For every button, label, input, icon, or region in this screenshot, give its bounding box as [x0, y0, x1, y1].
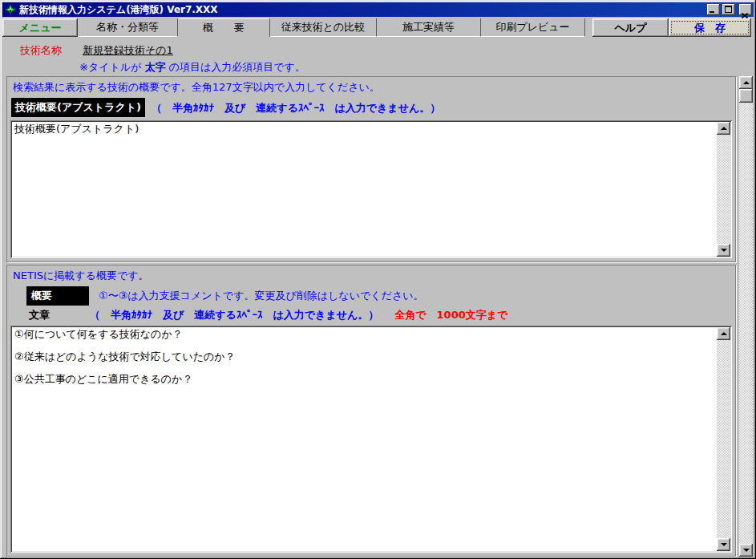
scrollbar-track[interactable] — [739, 103, 753, 544]
close-button[interactable] — [739, 4, 752, 15]
minimize-button[interactable] — [707, 4, 720, 15]
overview-input-rule: （ 半角ｶﾀｶﾅ 及び 連続するｽﾍﾟｰｽ は入力できません。） — [90, 308, 378, 322]
overview-scrollbar[interactable] — [717, 327, 730, 551]
sentence-label: 文章 — [29, 308, 50, 322]
titlebar: 新技術情報入力システム(港湾版) Ver7.XXX — [2, 2, 754, 17]
scroll-region: 検索結果に表示する技術の概要です。全角127文字以内で入力してください。 技術概… — [6, 76, 753, 557]
overview-section: NETISに掲載する概要です。 概要 ①〜③は入力支援コメントです。変更及び削除… — [6, 265, 736, 557]
abstract-section: 検索結果に表示する技術の概要です。全角127文字以内で入力してください。 技術概… — [6, 76, 736, 262]
required-note-suffix: の項目は入力必須項目です。 — [166, 61, 305, 73]
scroll-down-button[interactable] — [717, 538, 730, 551]
abstract-intro: 検索結果に表示する技術の概要です。全角127文字以内で入力してください。 — [13, 80, 732, 95]
form-content: 技術名称 新規登録技術その1 ※タイトルが 太字 の項目は入力必須項目です。 検… — [2, 37, 754, 557]
overview-intro: NETISに掲載する概要です。 — [13, 269, 732, 283]
scroll-up-icon — [721, 127, 727, 130]
scroll-down-icon — [721, 543, 727, 546]
scroll-up-button[interactable] — [717, 327, 730, 340]
page-scrollbar[interactable] — [739, 76, 753, 557]
scroll-down-button[interactable] — [717, 244, 730, 257]
tab-bar: メニュー 名称・分類等 概 要 従来技術との比較 施工実績等 印刷プレビュー ヘ… — [2, 18, 754, 37]
help-button[interactable]: ヘルプ — [592, 18, 669, 37]
tab-name-classification[interactable]: 名称・分類等 — [78, 18, 178, 37]
required-note: ※タイトルが 太字 の項目は入力必須項目です。 — [79, 60, 754, 75]
minimize-icon — [710, 11, 714, 13]
overview-comment: ①〜③は入力支援コメントです。変更及び削除はしないでください。 — [99, 289, 424, 306]
tab-print-preview[interactable]: 印刷プレビュー — [481, 18, 585, 37]
overview-textarea[interactable]: ①何について何をする技術なのか？ ②従来はどのような技術で対応していたのか？ ③… — [12, 327, 717, 551]
save-button[interactable]: 保 存 — [669, 18, 751, 37]
menu-button[interactable]: メニュー — [2, 18, 78, 37]
app-icon — [4, 4, 17, 16]
scroll-down-button[interactable] — [739, 544, 753, 557]
scrollbar-track[interactable] — [717, 340, 730, 538]
tabbar-spacer — [585, 18, 592, 37]
character-limit-note: 全角で 1000文字まで — [394, 308, 507, 322]
abstract-scrollbar[interactable] — [717, 122, 730, 257]
save-button-label: 保 存 — [694, 21, 726, 35]
required-note-bold: 太字 — [145, 61, 166, 73]
scroll-down-icon — [721, 249, 727, 252]
scroll-up-icon — [721, 332, 727, 335]
scroll-down-icon — [743, 549, 750, 552]
scroll-up-button[interactable] — [717, 122, 730, 135]
form-sections: 検索結果に表示する技術の概要です。全角127文字以内で入力してください。 技術概… — [6, 76, 736, 557]
scrollbar-thumb[interactable] — [739, 89, 753, 103]
required-note-prefix: ※タイトルが — [79, 61, 145, 73]
scrollbar-track[interactable] — [717, 135, 730, 244]
scroll-up-button[interactable] — [739, 76, 753, 89]
overview-box-label: 概要 — [26, 286, 89, 306]
window-title: 新技術情報入力システム(港湾版) Ver7.XXX — [19, 3, 705, 17]
tab-comparison[interactable]: 従来技術との比較 — [270, 18, 377, 37]
maximize-button[interactable] — [722, 4, 735, 15]
technology-name-label: 技術名称 — [20, 43, 62, 58]
abstract-input-rule: （ 半角ｶﾀｶﾅ 及び 連続するｽﾍﾟｰｽ は入力できません。） — [152, 101, 440, 117]
scroll-up-icon — [743, 81, 750, 84]
maximize-icon — [725, 6, 732, 13]
app-window: 新技術情報入力システム(港湾版) Ver7.XXX メニュー 名称・分類等 概 … — [0, 0, 756, 559]
tab-overview[interactable]: 概 要 — [178, 18, 270, 37]
abstract-textarea[interactable]: 技術概要(アブストラクト) — [12, 122, 717, 257]
technology-name-value: 新規登録技術その1 — [83, 43, 173, 58]
tab-construction-results[interactable]: 施工実績等 — [377, 18, 481, 37]
form-header: 技術名称 新規登録技術その1 ※タイトルが 太字 の項目は入力必須項目です。 — [2, 37, 754, 76]
abstract-field: 技術概要(アブストラクト) — [10, 120, 732, 258]
overview-field: ①何について何をする技術なのか？ ②従来はどのような技術で対応していたのか？ ③… — [10, 326, 732, 553]
abstract-box-label: 技術概要(アブストラクト) — [11, 98, 145, 117]
